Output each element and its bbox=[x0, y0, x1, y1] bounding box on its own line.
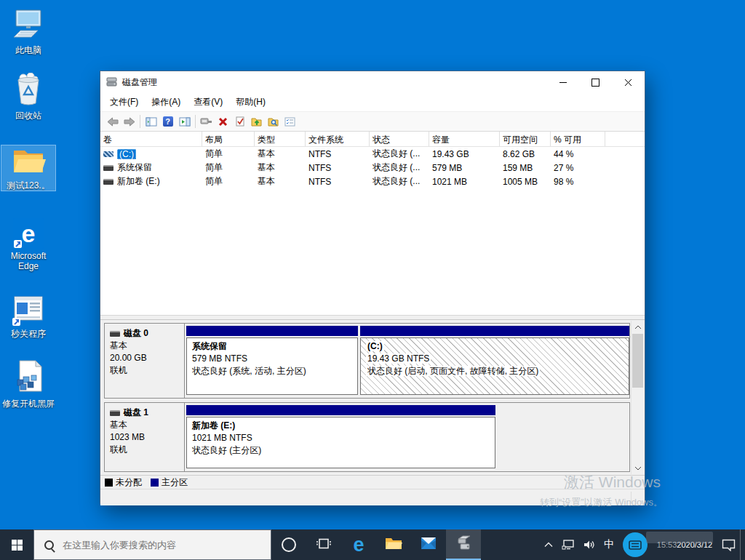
column-header-volume[interactable]: 卷 bbox=[100, 132, 202, 146]
table-row[interactable]: 新加卷 (E:) 简单 基本 NTFS 状态良好 (... 1021 MB 10… bbox=[100, 175, 645, 188]
vertical-scrollbar[interactable] bbox=[631, 321, 644, 474]
cell-free: 8.62 GB bbox=[500, 149, 551, 159]
minimize-button[interactable] bbox=[546, 71, 579, 93]
desktop-icon-fix-black-screen[interactable]: 修复开机黑屏 bbox=[1, 359, 55, 409]
close-button[interactable] bbox=[612, 71, 645, 93]
pane-splitter[interactable] bbox=[100, 315, 645, 320]
partition-status: 状态良好 (启动, 页面文件, 故障转储, 主分区) bbox=[366, 366, 540, 376]
window-title: 磁盘管理 bbox=[122, 76, 157, 89]
title-bar[interactable]: 磁盘管理 bbox=[100, 71, 645, 93]
volume-icon bbox=[103, 179, 113, 185]
desktop-icon-recycle-bin[interactable]: 回收站 bbox=[1, 73, 55, 121]
taskbar-edge-button[interactable]: e bbox=[341, 529, 376, 560]
cell-capacity: 19.43 GB bbox=[429, 149, 500, 159]
cell-capacity: 579 MB bbox=[429, 163, 500, 173]
cell-layout: 简单 bbox=[202, 161, 255, 174]
task-view-button[interactable] bbox=[306, 529, 341, 560]
table-row[interactable]: (C:) 简单 基本 NTFS 状态良好 (... 19.43 GB 8.62 … bbox=[100, 147, 645, 161]
disk-size: 20.00 GB bbox=[110, 352, 179, 364]
disk-management-app-icon bbox=[106, 76, 118, 89]
menu-file[interactable]: 文件(F) bbox=[103, 93, 145, 111]
recycle-bin-icon bbox=[12, 73, 44, 108]
column-header-pct-free[interactable]: % 可用 bbox=[551, 132, 605, 146]
taskbar-clock[interactable]: 15:53 2020/3/12 bbox=[652, 529, 717, 560]
volume-icon bbox=[103, 151, 113, 157]
maximize-button[interactable] bbox=[579, 71, 612, 93]
cell-capacity: 1021 MB bbox=[429, 177, 500, 187]
properties-list-icon[interactable] bbox=[282, 113, 298, 129]
column-header-type[interactable]: 类型 bbox=[255, 132, 306, 146]
partition-c-drive[interactable]: (C:) 19.43 GB NTFS 状态良好 (启动, 页面文件, 故障转储,… bbox=[360, 326, 629, 395]
disk-1-label[interactable]: 磁盘 1 基本 1023 MB 联机 bbox=[105, 403, 185, 471]
column-header-status[interactable]: 状态 bbox=[370, 132, 429, 146]
volume-icon[interactable] bbox=[579, 529, 599, 560]
desktop-icon-edge[interactable]: e Microsoft Edge bbox=[1, 218, 55, 271]
taskbar-search-box[interactable] bbox=[33, 529, 271, 560]
forward-icon[interactable] bbox=[121, 113, 138, 129]
scrollbar-thumb[interactable] bbox=[632, 334, 643, 388]
scroll-up-icon[interactable] bbox=[632, 321, 644, 333]
volume-list-pane: 卷 布局 类型 文件系统 状态 容量 可用空间 % 可用 (C:) 简单 基本 … bbox=[100, 132, 645, 315]
taskbar-file-explorer-button[interactable] bbox=[376, 529, 411, 560]
column-header-free-space[interactable]: 可用空间 bbox=[500, 132, 551, 146]
back-icon[interactable] bbox=[104, 113, 121, 129]
folder-up-icon[interactable] bbox=[248, 113, 265, 129]
menu-view[interactable]: 查看(V) bbox=[187, 93, 229, 111]
disk-0-label[interactable]: 磁盘 0 基本 20.00 GB 联机 bbox=[105, 324, 185, 398]
cell-fs: NTFS bbox=[306, 163, 370, 173]
search-input[interactable] bbox=[61, 539, 260, 551]
partition-e-drive[interactable]: 新加卷 (E:) 1021 MB NTFS 状态良好 (主分区) bbox=[186, 405, 495, 468]
start-button[interactable] bbox=[0, 529, 33, 560]
partition-size: 19.43 GB NTFS bbox=[366, 353, 431, 364]
check-document-icon[interactable] bbox=[231, 113, 248, 129]
delete-volume-icon[interactable] bbox=[215, 113, 231, 129]
column-header-layout[interactable]: 布局 bbox=[202, 132, 255, 146]
help-icon[interactable]: ? bbox=[159, 113, 176, 129]
desktop-icon-quick-close-app[interactable]: 秒关程序 bbox=[1, 294, 55, 339]
toolbar: ? bbox=[100, 111, 645, 132]
taskbar-mail-button[interactable] bbox=[411, 529, 446, 560]
folder-icon bbox=[11, 145, 46, 178]
legend-primary-partition: 主分区 bbox=[151, 476, 188, 489]
rescan-disks-icon[interactable] bbox=[198, 113, 215, 129]
legend-label: 未分配 bbox=[116, 476, 142, 489]
console-tree-icon[interactable] bbox=[143, 113, 159, 129]
partition-title: 新加卷 (E:) bbox=[192, 420, 490, 432]
legend-label: 主分区 bbox=[162, 476, 188, 489]
column-header-filesystem[interactable]: 文件系统 bbox=[306, 132, 370, 146]
taskbar-disk-management-button[interactable] bbox=[446, 529, 481, 560]
desktop-icon-this-pc[interactable]: 此电脑 bbox=[1, 9, 55, 55]
cell-pct-free: 27 % bbox=[551, 163, 605, 173]
table-row[interactable]: 系统保留 简单 基本 NTFS 状态良好 (... 579 MB 159 MB … bbox=[100, 161, 645, 175]
show-desktop-button[interactable] bbox=[740, 529, 745, 560]
folder-search-icon[interactable] bbox=[265, 113, 282, 129]
cell-pct-free: 98 % bbox=[551, 177, 605, 187]
toolbar-separator bbox=[140, 115, 140, 128]
partition-color-bar bbox=[186, 405, 495, 415]
disk-kind: 基本 bbox=[110, 340, 179, 352]
action-pane-icon[interactable] bbox=[176, 113, 193, 129]
menu-action[interactable]: 操作(A) bbox=[145, 93, 187, 111]
disk-icon bbox=[110, 410, 120, 416]
disk-management-icon bbox=[454, 535, 473, 554]
tray-overflow-chevron-icon[interactable] bbox=[540, 529, 557, 560]
action-center-button[interactable] bbox=[717, 529, 740, 560]
desktop-icon-label: 回收站 bbox=[15, 111, 41, 121]
scroll-down-icon[interactable] bbox=[632, 462, 644, 474]
partition-system-reserved[interactable]: 系统保留 579 MB NTFS 状态良好 (系统, 活动, 主分区) bbox=[186, 326, 358, 395]
document-cubes-icon bbox=[12, 359, 45, 396]
disk-name: 磁盘 1 bbox=[124, 407, 148, 419]
network-icon[interactable] bbox=[557, 529, 579, 560]
shortcut-arrow-icon bbox=[14, 240, 22, 248]
volume-name: (C:) bbox=[117, 149, 136, 159]
cortana-button[interactable] bbox=[271, 529, 306, 560]
partition-color-bar bbox=[360, 326, 629, 336]
cell-status: 状态良好 (... bbox=[370, 161, 429, 174]
legend-unallocated: 未分配 bbox=[105, 476, 142, 489]
menu-help[interactable]: 帮助(H) bbox=[229, 93, 272, 111]
cell-type: 基本 bbox=[255, 148, 306, 160]
column-header-capacity[interactable]: 容量 bbox=[429, 132, 500, 146]
disk-icon bbox=[110, 331, 120, 337]
desktop-icon-test-folder[interactable]: 测试123.。 bbox=[1, 145, 55, 191]
ime-language-indicator[interactable]: 中 bbox=[599, 529, 618, 560]
